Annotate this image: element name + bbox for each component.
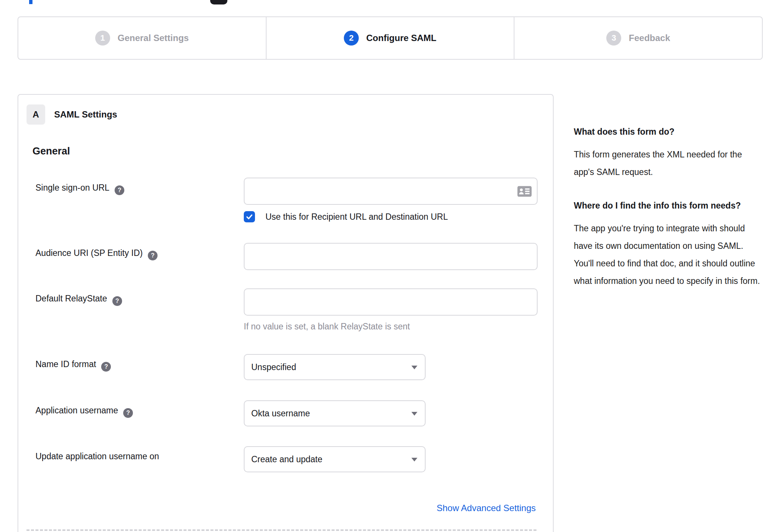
field-row-name-id-format: Name ID format? Unspecified: [35, 354, 545, 380]
cropped-app-logo-fragment: [210, 0, 227, 4]
chevron-down-icon: [411, 458, 417, 461]
audience-uri-label: Audience URI (SP Entity ID)?: [35, 243, 244, 270]
contact-card-icon: [517, 186, 532, 197]
step-2-circle: 2: [344, 31, 359, 46]
application-username-value: Okta username: [251, 409, 310, 419]
single-sign-on-url-label: Single sign-on URL?: [35, 178, 244, 223]
default-relaystate-input[interactable]: [245, 289, 537, 315]
single-sign-on-url-input-wrap: [244, 178, 538, 205]
general-group-title: General: [32, 145, 545, 157]
recipient-url-checkbox[interactable]: [244, 211, 255, 222]
help-sidebar: What does this form do? This form genera…: [574, 94, 764, 290]
single-sign-on-url-input[interactable]: [245, 178, 537, 204]
help-icon[interactable]: ?: [112, 296, 122, 306]
check-icon: [245, 213, 253, 221]
recipient-url-checkbox-label[interactable]: Use this for Recipient URL and Destinati…: [265, 212, 448, 222]
field-row-single-sign-on-url: Single sign-on URL?: [35, 178, 545, 223]
application-username-select[interactable]: Okta username: [244, 400, 426, 426]
field-row-application-username: Application username? Okta username: [35, 400, 545, 426]
step-configure-saml: 2 Configure SAML: [266, 17, 514, 59]
help-icon[interactable]: ?: [101, 362, 111, 372]
field-label-text: Name ID format: [35, 359, 96, 369]
step-1-circle: 1: [95, 31, 110, 46]
section-dashed-divider: [27, 529, 536, 531]
section-title: SAML Settings: [54, 109, 117, 120]
wizard-stepper: 1 General Settings 2 Configure SAML 3 Fe…: [18, 16, 763, 60]
help-icon[interactable]: ?: [123, 408, 133, 418]
relaystate-hint: If no value is set, a blank RelayState i…: [244, 321, 538, 332]
help-heading-2: Where do I find the info this form needs…: [574, 198, 764, 213]
configure-saml-page: 1 General Settings 2 Configure SAML 3 Fe…: [0, 0, 781, 532]
audience-uri-input-wrap: [244, 243, 538, 270]
cropped-header-accent: [29, 0, 32, 4]
step-2-label: Configure SAML: [366, 33, 436, 43]
field-label-text: Audience URI (SP Entity ID): [35, 248, 143, 258]
chevron-down-icon: [411, 366, 417, 369]
chevron-down-icon: [411, 412, 417, 416]
field-label-text: Update application username on: [35, 451, 159, 461]
help-icon[interactable]: ?: [115, 185, 124, 195]
help-body-2: The app you're trying to integrate with …: [574, 220, 764, 290]
section-a-badge: A: [27, 104, 45, 125]
step-feedback: 3 Feedback: [514, 17, 762, 59]
help-glyph: ?: [151, 252, 155, 259]
name-id-format-select[interactable]: Unspecified: [244, 354, 426, 380]
saml-settings-card: A SAML Settings General Single sign-on U…: [18, 94, 554, 532]
field-row-update-application-username: Update application username on Create an…: [35, 446, 545, 472]
name-id-format-label: Name ID format?: [35, 354, 244, 380]
help-icon[interactable]: ?: [148, 251, 158, 260]
step-1-label: General Settings: [118, 33, 189, 43]
help-heading-1: What does this form do?: [574, 124, 764, 139]
field-label-text: Application username: [35, 406, 118, 415]
field-row-default-relaystate: Default RelayState? If no value is set, …: [35, 288, 545, 332]
help-body-1: This form generates the XML needed for t…: [574, 146, 764, 181]
update-application-username-select[interactable]: Create and update: [244, 446, 426, 472]
field-label-text: Default RelayState: [35, 294, 107, 303]
default-relaystate-input-wrap: [244, 288, 538, 316]
field-label-text: Single sign-on URL: [35, 183, 109, 193]
help-glyph: ?: [115, 298, 119, 304]
step-general-settings: 1 General Settings: [18, 17, 266, 59]
audience-uri-input[interactable]: [245, 244, 537, 269]
default-relaystate-label: Default RelayState?: [35, 288, 244, 332]
update-application-username-value: Create and update: [251, 454, 323, 464]
show-advanced-settings-link[interactable]: Show Advanced Settings: [436, 503, 536, 513]
help-glyph: ?: [104, 363, 108, 370]
help-glyph: ?: [126, 410, 130, 416]
help-glyph: ?: [118, 187, 121, 194]
field-row-audience-uri: Audience URI (SP Entity ID)?: [35, 243, 545, 270]
step-3-label: Feedback: [629, 33, 670, 43]
update-application-username-label: Update application username on: [35, 446, 244, 472]
step-3-circle: 3: [606, 31, 621, 46]
application-username-label: Application username?: [35, 400, 244, 426]
name-id-format-value: Unspecified: [251, 362, 296, 372]
